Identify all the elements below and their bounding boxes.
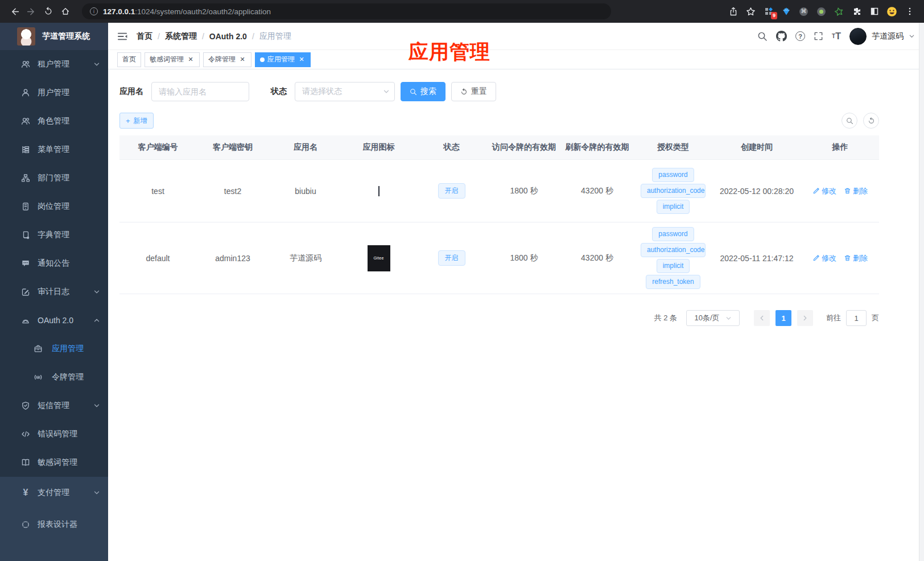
cell-access-ttl: 1800 秒 [488,222,560,294]
filter-form: 应用名 状态 请选择状态 搜索 重置 [119,82,913,101]
sidebar-item-sms[interactable]: 短信管理 [0,391,108,420]
bookmark-star-icon[interactable] [742,2,760,20]
sidebar-item-user[interactable]: 用户管理 [0,79,108,107]
extension-grid-icon[interactable]: 9 [760,2,777,20]
user-caret-down-icon[interactable] [909,31,915,42]
col-app-name: 应用名 [269,135,342,160]
sidebar-item-notice[interactable]: 通知公告 [0,249,108,278]
browser-back-button[interactable] [6,3,23,20]
delete-button-label: 删除 [853,253,868,263]
message-bubble-icon [20,259,31,268]
chevron-down-icon [383,88,390,95]
reset-button[interactable]: 重置 [451,82,496,101]
sidebar-item-dept[interactable]: 部门管理 [0,164,108,192]
code-icon [20,430,31,439]
sidebar-item-oauth[interactable]: OAuth 2.0 [0,306,108,335]
sidebar-menu-group-top: ¥ 支付管理 报表设计器 [0,477,108,561]
sidebar-item-post[interactable]: 岗位管理 [0,192,108,221]
prev-page-button[interactable] [754,310,770,326]
sidebar-item-oauth-token[interactable]: 令牌管理 [0,363,108,391]
tag-label: 首页 [122,55,136,64]
close-icon[interactable]: ✕ [298,56,306,64]
sidebar-logo[interactable]: 芋道管理系统 [0,23,108,50]
cell-app-name: 芋道源码 [269,222,342,294]
sidebar-item-tenant[interactable]: 租户管理 [0,50,108,79]
sidebar-item-sensitive-word[interactable]: 敏感词管理 [0,448,108,477]
breadcrumb: 首页 / 系统管理 / OAuth 2.0 / 应用管理 [137,31,291,42]
app-name-input[interactable] [151,82,249,101]
header-search-icon[interactable] [757,31,768,42]
edit-button[interactable]: 修改 [812,253,836,263]
cell-app-name: biubiu [269,160,342,222]
refresh-table-button[interactable] [863,113,879,129]
breadcrumb-separator: / [202,32,204,41]
plus-icon: + [126,117,130,125]
tree-list-icon [20,145,31,154]
status-select[interactable]: 请选择状态 [295,82,395,101]
toggle-search-button[interactable] [842,113,857,129]
grant-type-tag: authorization_code [641,184,706,198]
sidebar-item-report-designer[interactable]: 报表设计器 [0,509,108,541]
sidebar-item-dict[interactable]: 字典管理 [0,221,108,249]
tag-application[interactable]: 应用管理 ✕ [255,52,311,67]
delete-button[interactable]: 删除 [844,186,868,196]
sidebar-item-menu[interactable]: 菜单管理 [0,135,108,164]
github-icon[interactable] [776,31,787,42]
sidebar-item-pay[interactable]: ¥ 支付管理 [0,477,108,509]
delete-button[interactable]: 删除 [844,253,868,263]
tag-home[interactable]: 首页 [117,52,141,67]
chevron-right-icon [802,315,808,321]
browser-forward-button[interactable] [23,3,40,20]
font-size-icon[interactable]: TT [832,31,841,42]
tags-view-bar: 首页 敏感词管理 ✕ 令牌管理 ✕ 应用管理 ✕ [108,50,924,69]
sidebar-item-role[interactable]: 角色管理 [0,107,108,135]
cell-refresh-ttl: 43200 秒 [560,222,634,294]
help-icon[interactable]: ? [795,31,805,41]
close-icon[interactable]: ✕ [187,56,195,64]
extension-gem-icon[interactable] [777,2,795,20]
page-size-select[interactable]: 10条/页 [686,310,740,326]
dark-mode-toggle-icon[interactable] [865,2,883,20]
col-refresh-ttl: 刷新令牌的有效期 [560,135,634,160]
add-button[interactable]: + 新增 [119,113,154,129]
hamburger-icon[interactable] [117,32,127,41]
table-row: default admin123 芋道源码 Gitee 开启 1800 秒 43… [119,222,879,294]
share-icon[interactable] [724,2,742,20]
chevron-left-icon [758,315,765,321]
fullscreen-icon[interactable] [814,31,823,41]
main-area: 应用管理 首页 / 系统管理 / OAuth 2.0 / 应用管理 [108,23,924,561]
extension-record-icon[interactable] [812,2,830,20]
browser-reload-button[interactable] [40,3,57,20]
breadcrumb-oauth[interactable]: OAuth 2.0 [209,32,247,41]
tag-sensitive-word[interactable]: 敏感词管理 ✕ [145,52,200,67]
next-page-button[interactable] [797,310,813,326]
edit-button[interactable]: 修改 [812,186,836,196]
col-status: 状态 [415,135,488,160]
browser-menu-icon[interactable] [901,2,918,20]
cell-grant-types: password authorization_code implicit ref… [634,222,712,294]
cell-client-id: test [119,160,196,222]
breadcrumb-home[interactable]: 首页 [137,31,152,42]
goto-page-input[interactable] [846,310,867,326]
page-number-1[interactable]: 1 [776,310,791,326]
avatar[interactable] [849,28,867,45]
sidebar-item-error-code[interactable]: 错误码管理 [0,420,108,448]
cmd-glyph: ⌘ [801,9,807,14]
extension-cmd-icon[interactable]: ⌘ [795,2,812,20]
extension-green-star-icon[interactable] [830,2,848,20]
extension-puzzle-icon[interactable] [848,2,865,20]
address-bar[interactable]: i 127.0.0.1:1024/system/oauth2/oauth2/ap… [82,3,611,19]
edit-pencil-icon [812,187,820,195]
sidebar-item-oauth-application[interactable]: 应用管理 [0,335,108,363]
site-info-icon[interactable]: i [90,7,98,15]
sidebar-item-label: 岗位管理 [38,201,69,212]
breadcrumb-system[interactable]: 系统管理 [165,31,197,42]
status-label: 状态 [271,86,287,97]
tag-token[interactable]: 令牌管理 ✕ [203,52,251,67]
sidebar-item-audit-log[interactable]: 审计日志 [0,278,108,306]
search-button[interactable]: 搜索 [401,82,446,101]
browser-home-button[interactable] [57,3,74,20]
close-icon[interactable]: ✕ [238,56,246,64]
scrollbar[interactable] [919,23,924,561]
emoji-extension-icon[interactable] [883,2,901,20]
